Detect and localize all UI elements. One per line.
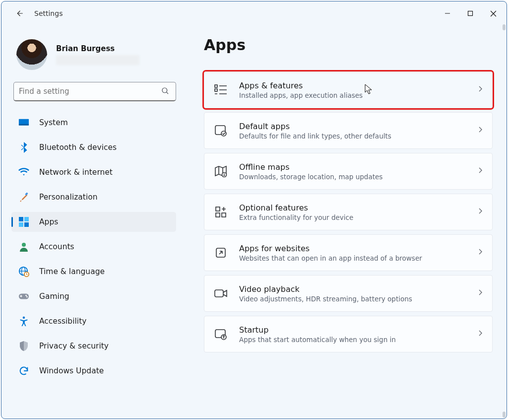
card-apps-for-websites[interactable]: Apps for websites Websites that can open… bbox=[204, 234, 493, 271]
profile-block[interactable]: Brian Burgess bbox=[11, 35, 180, 80]
svg-point-20 bbox=[26, 296, 28, 298]
default-icon bbox=[213, 123, 228, 138]
map-icon bbox=[213, 164, 228, 179]
card-subtitle: Installed apps, app execution aliases bbox=[239, 91, 468, 99]
search-box[interactable] bbox=[13, 82, 176, 101]
card-subtitle: Downloads, storage location, map updates bbox=[239, 173, 477, 181]
card-title: Video playback bbox=[239, 284, 477, 294]
sidebar-nav: System Bluetooth & devices Network & int… bbox=[11, 110, 180, 383]
chevron-right-icon bbox=[477, 207, 483, 217]
window-controls bbox=[436, 5, 505, 21]
search-icon bbox=[161, 86, 170, 97]
sidebar-item-label: Privacy & security bbox=[39, 342, 109, 350]
sidebar-item-apps[interactable]: Apps bbox=[11, 212, 176, 232]
search-input[interactable] bbox=[14, 87, 176, 96]
settings-card-list: Apps & features Installed apps, app exec… bbox=[204, 71, 493, 354]
chevron-right-icon bbox=[477, 329, 483, 339]
card-apps-features[interactable]: Apps & features Installed apps, app exec… bbox=[204, 71, 493, 108]
sidebar-item-label: Accessibility bbox=[39, 317, 86, 326]
chevron-right-icon bbox=[477, 248, 483, 258]
wifi-icon bbox=[18, 167, 29, 178]
sidebar-item-time-language[interactable]: Time & language bbox=[11, 262, 176, 281]
profile-name: Brian Burgess bbox=[56, 44, 139, 53]
card-title: Default apps bbox=[239, 122, 477, 131]
chevron-right-icon bbox=[477, 288, 483, 298]
close-button[interactable] bbox=[482, 5, 505, 21]
card-subtitle: Apps that start automatically when you s… bbox=[239, 336, 477, 344]
svg-rect-10 bbox=[24, 217, 29, 221]
card-offline-maps[interactable]: Offline maps Downloads, storage location… bbox=[204, 153, 493, 190]
sidebar-item-label: Gaming bbox=[39, 292, 69, 301]
svg-rect-22 bbox=[215, 85, 217, 87]
sidebar-item-label: System bbox=[39, 118, 68, 127]
sidebar-item-privacy-security[interactable]: Privacy & security bbox=[11, 336, 176, 356]
svg-point-21 bbox=[23, 316, 25, 319]
monitor-icon bbox=[18, 117, 29, 128]
bluetooth-icon bbox=[18, 142, 29, 153]
list-icon bbox=[213, 82, 228, 97]
card-startup[interactable]: Startup Apps that start automatically wh… bbox=[204, 316, 493, 352]
sidebar-item-label: Bluetooth & devices bbox=[39, 143, 117, 152]
chevron-right-icon bbox=[477, 166, 483, 176]
video-icon bbox=[213, 286, 228, 301]
main-content: Apps Apps & features Installed apps, app… bbox=[180, 25, 507, 354]
chevron-right-icon bbox=[477, 85, 483, 95]
card-title: Apps & features bbox=[239, 81, 468, 90]
sidebar-item-accessibility[interactable]: Accessibility bbox=[11, 311, 176, 331]
sidebar-item-system[interactable]: System bbox=[11, 113, 176, 133]
card-default-apps[interactable]: Default apps Defaults for file and link … bbox=[204, 112, 493, 149]
svg-rect-9 bbox=[19, 217, 23, 221]
svg-point-13 bbox=[22, 243, 26, 247]
sidebar-item-gaming[interactable]: Gaming bbox=[11, 286, 176, 306]
card-optional-features[interactable]: Optional features Extra functionality fo… bbox=[204, 194, 493, 230]
open-ext-icon bbox=[213, 245, 228, 260]
sidebar-item-label: Personalization bbox=[39, 193, 98, 202]
sidebar: Brian Burgess System Bluetooth & devices… bbox=[11, 25, 180, 383]
svg-rect-31 bbox=[216, 207, 220, 211]
svg-rect-23 bbox=[215, 89, 217, 91]
sidebar-item-bluetooth-devices[interactable]: Bluetooth & devices bbox=[11, 138, 176, 157]
sidebar-item-label: Windows Update bbox=[39, 366, 104, 375]
sidebar-item-label: Time & language bbox=[39, 267, 105, 276]
cursor-icon bbox=[364, 83, 373, 96]
minimize-button[interactable] bbox=[436, 5, 459, 21]
svg-line-5 bbox=[166, 92, 168, 94]
scrollbar-bottom-thumb[interactable] bbox=[503, 412, 506, 418]
sidebar-item-label: Accounts bbox=[39, 242, 74, 251]
accessibility-icon bbox=[18, 316, 29, 327]
scrollbar-top-thumb[interactable] bbox=[503, 24, 506, 30]
svg-rect-33 bbox=[222, 213, 226, 217]
svg-point-29 bbox=[221, 131, 226, 136]
maximize-button[interactable] bbox=[459, 5, 482, 21]
page-title: Apps bbox=[204, 36, 493, 54]
startup-icon bbox=[213, 327, 228, 342]
svg-rect-12 bbox=[24, 222, 29, 227]
avatar bbox=[16, 39, 47, 70]
back-button[interactable] bbox=[11, 5, 27, 21]
apps-icon bbox=[18, 216, 29, 227]
title-bar: Settings bbox=[1, 1, 507, 25]
sidebar-item-network-internet[interactable]: Network & internet bbox=[11, 162, 176, 182]
sidebar-item-windows-update[interactable]: Windows Update bbox=[11, 361, 176, 381]
gamepad-icon bbox=[18, 291, 29, 302]
app-title: Settings bbox=[34, 9, 63, 17]
sidebar-item-label: Apps bbox=[39, 217, 58, 226]
svg-rect-32 bbox=[216, 213, 220, 217]
settings-window: Settings Brian Burgess bbox=[1, 1, 507, 419]
profile-email-redacted bbox=[56, 55, 139, 65]
sidebar-item-label: Network & internet bbox=[39, 168, 113, 177]
sync-icon bbox=[18, 365, 29, 376]
svg-point-19 bbox=[25, 295, 27, 296]
svg-point-30 bbox=[222, 173, 227, 177]
person-icon bbox=[18, 241, 29, 252]
card-title: Startup bbox=[239, 325, 477, 335]
sidebar-item-personalization[interactable]: Personalization bbox=[11, 187, 176, 207]
card-video-playback[interactable]: Video playback Video adjustments, HDR st… bbox=[204, 275, 493, 312]
svg-rect-1 bbox=[468, 11, 473, 16]
card-subtitle: Extra functionality for your device bbox=[239, 213, 477, 221]
card-subtitle: Video adjustments, HDR streaming, batter… bbox=[239, 295, 477, 303]
svg-point-4 bbox=[162, 88, 167, 93]
sidebar-item-accounts[interactable]: Accounts bbox=[11, 237, 176, 257]
svg-rect-11 bbox=[19, 222, 23, 227]
card-subtitle: Defaults for file and link types, other … bbox=[239, 132, 477, 140]
